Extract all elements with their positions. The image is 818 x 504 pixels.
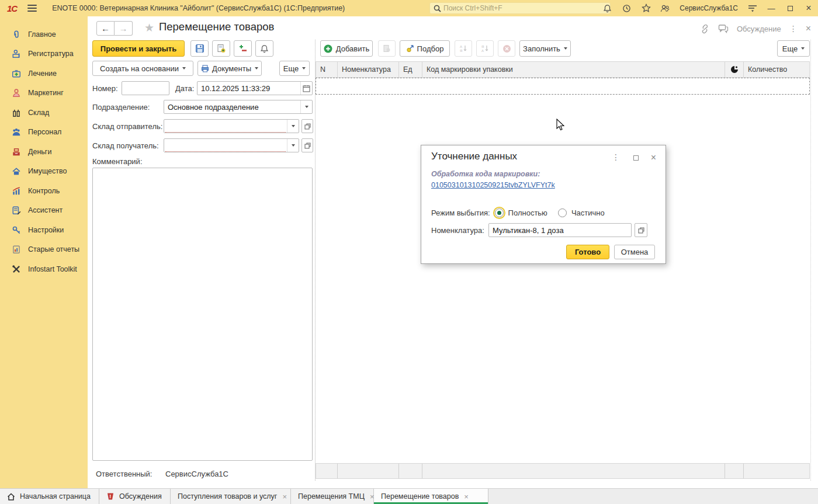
number-input[interactable] bbox=[122, 81, 169, 95]
sidebar-item-dengi[interactable]: Деньги bbox=[0, 142, 88, 162]
maximize-button[interactable] bbox=[785, 4, 795, 13]
column-quantity[interactable]: Количество bbox=[744, 62, 809, 77]
dialog-close-icon[interactable]: × bbox=[651, 152, 656, 163]
form-more-button[interactable]: Еще bbox=[279, 61, 310, 76]
department-select[interactable]: Основное подразделение bbox=[164, 100, 313, 114]
report-icon bbox=[12, 245, 21, 254]
sidebar-item-registratura[interactable]: Регистратура bbox=[0, 44, 88, 64]
chart-icon bbox=[12, 186, 21, 196]
global-search[interactable] bbox=[429, 2, 611, 14]
warehouse-receiver-select[interactable] bbox=[164, 138, 299, 152]
discussion-label[interactable]: Обсуждение bbox=[737, 25, 781, 33]
close-tab-icon[interactable]: × bbox=[464, 492, 469, 501]
history-icon[interactable] bbox=[622, 4, 632, 13]
sidebar-item-assistent[interactable]: Ассистент bbox=[0, 201, 88, 221]
current-user[interactable]: СервисСлужба1С bbox=[680, 4, 738, 12]
sidebar-item-kontrol[interactable]: Контроль bbox=[0, 181, 88, 201]
add-row-button[interactable]: Добавить bbox=[320, 40, 373, 57]
notifications-bell-icon[interactable] bbox=[602, 4, 612, 13]
reminder-bell-button[interactable] bbox=[255, 40, 273, 57]
clarify-data-dialog: Уточнение данных ⋮ × Обработка кода марк… bbox=[421, 145, 666, 264]
sidebar-item-imushchestvo[interactable]: Имущество bbox=[0, 162, 88, 182]
post-document-button[interactable] bbox=[212, 40, 230, 57]
mode-full-label[interactable]: Полностью bbox=[508, 208, 547, 217]
column-marking-flag[interactable] bbox=[725, 62, 744, 77]
users-icon[interactable] bbox=[660, 4, 670, 13]
tab-home[interactable]: Начальная страница bbox=[0, 489, 99, 504]
chevron-down-icon[interactable] bbox=[287, 139, 299, 152]
open-icon bbox=[304, 142, 311, 149]
fill-button[interactable]: Заполнить bbox=[519, 40, 571, 57]
sidebar-item-nastroiki[interactable]: Настройки bbox=[0, 220, 88, 240]
post-and-close-button[interactable]: Провести и закрыть bbox=[92, 40, 185, 57]
mode-partial-radio[interactable] bbox=[558, 208, 567, 217]
service-menu-icon[interactable] bbox=[747, 4, 757, 13]
forward-arrow-button[interactable]: → bbox=[115, 21, 133, 36]
open-windows-taskbar: Начальная страница ! Обсуждения Поступле… bbox=[0, 488, 818, 504]
sidebar-item-marketing[interactable]: Маркетинг bbox=[0, 84, 88, 103]
cancel-button[interactable]: Отмена bbox=[614, 245, 655, 259]
tab-peremeshchenie-tovarov[interactable]: Перемещение товаров × bbox=[374, 489, 488, 504]
chevron-down-icon[interactable] bbox=[300, 100, 312, 113]
delete-row-button[interactable] bbox=[498, 40, 515, 57]
done-button[interactable]: Готово bbox=[566, 245, 609, 259]
discussion-alert-icon: ! bbox=[106, 492, 115, 500]
calendar-icon[interactable] bbox=[300, 82, 312, 95]
responsible-label: Ответственный: bbox=[96, 470, 152, 478]
favorite-star-icon[interactable]: ★ bbox=[144, 21, 154, 34]
main-menu-icon[interactable] bbox=[27, 5, 37, 12]
tab-peremeshcheniya-tmc[interactable]: Перемещения ТМЦ × bbox=[291, 489, 374, 504]
close-window-button[interactable]: × bbox=[804, 3, 813, 13]
firstaid-icon bbox=[12, 69, 21, 78]
table-more-button[interactable]: Еще bbox=[777, 40, 810, 57]
post-unpost-button[interactable] bbox=[234, 40, 252, 57]
search-input[interactable] bbox=[443, 4, 610, 12]
form-more-icon[interactable]: ⋮ bbox=[789, 24, 798, 33]
column-marking-code[interactable]: Код маркировки упаковки bbox=[422, 62, 725, 77]
back-arrow-button[interactable]: ← bbox=[96, 21, 115, 36]
dialog-nomenclature-open-button[interactable] bbox=[635, 223, 647, 237]
sidebar-item-infostart-toolkit[interactable]: Infostart Toolkit bbox=[0, 259, 88, 279]
dialog-nomenclature-input[interactable]: Мультикан-8, 1 доза bbox=[488, 223, 632, 237]
chevron-down-icon bbox=[182, 67, 186, 69]
minimize-button[interactable]: — bbox=[767, 4, 776, 13]
pick-items-button[interactable]: Подбор bbox=[400, 40, 450, 57]
marking-code-link[interactable]: 0105031013102509215tvbZYLVFYt7k bbox=[431, 181, 555, 189]
warehouse-sender-open-button[interactable] bbox=[301, 119, 313, 133]
tools-icon bbox=[12, 265, 21, 274]
copy-row-button[interactable] bbox=[378, 40, 396, 57]
form-close-icon[interactable]: × bbox=[806, 23, 811, 34]
tab-discussions[interactable]: ! Обсуждения bbox=[99, 489, 171, 504]
warehouse-sender-select[interactable] bbox=[164, 119, 299, 133]
pane-splitter[interactable] bbox=[315, 40, 316, 481]
sidebar-item-starye-otchety[interactable]: Старые отчеты bbox=[0, 240, 88, 260]
chevron-down-icon[interactable] bbox=[287, 120, 299, 133]
date-input[interactable]: 10.12.2025 11:33:29 bbox=[197, 81, 313, 95]
copy-link-icon[interactable] bbox=[700, 24, 710, 34]
move-down-sort-button[interactable]: ЯА bbox=[476, 40, 494, 57]
save-button[interactable] bbox=[190, 40, 209, 57]
column-nomenclature[interactable]: Номенклатура bbox=[338, 62, 399, 77]
warehouse-receiver-open-button[interactable] bbox=[301, 138, 313, 152]
documents-button[interactable]: Документы bbox=[197, 61, 262, 76]
sidebar-item-lechenie[interactable]: Лечение bbox=[0, 64, 88, 84]
tab-postupleniya[interactable]: Поступления товаров и услуг × bbox=[171, 489, 291, 504]
sidebar-item-sklad[interactable]: Склад bbox=[0, 103, 88, 123]
move-up-sort-button[interactable]: АЯ bbox=[455, 40, 472, 57]
favorites-star-icon[interactable] bbox=[641, 4, 651, 13]
column-n[interactable]: N bbox=[316, 62, 338, 77]
create-based-on-button[interactable]: Создать на основании bbox=[92, 61, 193, 76]
dialog-maximize-icon[interactable] bbox=[633, 153, 639, 162]
discussion-chat-icon[interactable] bbox=[718, 24, 729, 33]
close-tab-icon[interactable]: × bbox=[282, 492, 287, 501]
table-row[interactable] bbox=[316, 78, 810, 95]
column-unit[interactable]: Ед bbox=[399, 62, 422, 77]
dialog-more-icon[interactable]: ⋮ bbox=[612, 152, 620, 162]
person-icon bbox=[12, 88, 21, 98]
sidebar-item-personal[interactable]: Персонал bbox=[0, 123, 88, 142]
mode-full-radio[interactable] bbox=[495, 208, 504, 217]
comment-textarea[interactable] bbox=[92, 168, 313, 461]
add-icon bbox=[324, 44, 332, 53]
sidebar-item-glavnoe[interactable]: Главное bbox=[0, 25, 88, 44]
mode-partial-label[interactable]: Частично bbox=[571, 208, 605, 217]
